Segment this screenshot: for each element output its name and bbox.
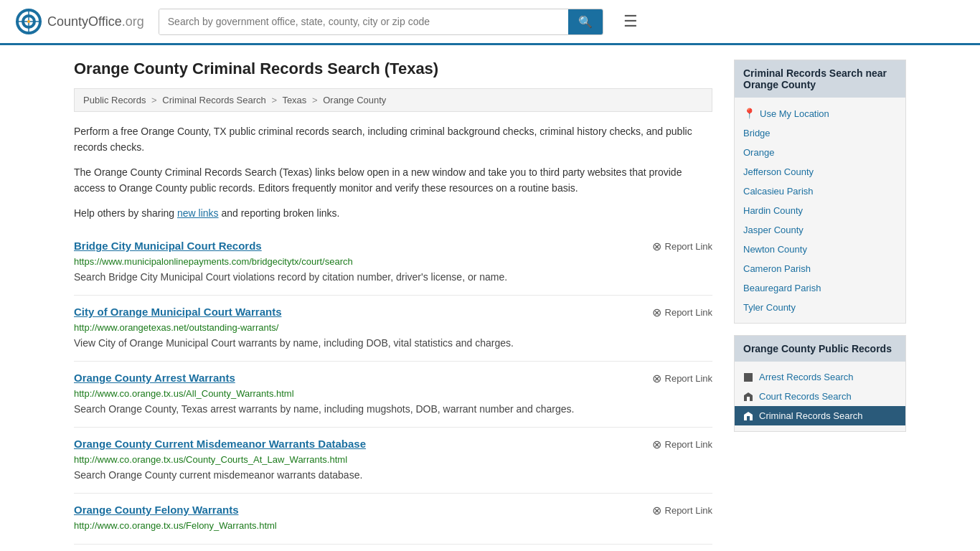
unlink-icon: ⊗ [652, 306, 661, 319]
building-icon-active [743, 411, 753, 421]
search-input[interactable] [159, 9, 568, 34]
record-description: Search Orange County current misdemeanor… [74, 468, 712, 483]
records-list: Bridge City Municipal Court Records ⊗ Re… [74, 230, 712, 545]
record-item-header: Orange County Felony Warrants ⊗ Report L… [74, 504, 712, 517]
search-button[interactable]: 🔍 [568, 9, 603, 34]
sidebar-pr-court-records[interactable]: Court Records Search [735, 387, 905, 406]
description-1: Perform a free Orange County, TX public … [74, 123, 712, 156]
record-description: Search Orange County, Texas arrest warra… [74, 402, 712, 417]
record-url: http://www.co.orange.tx.us/County_Courts… [74, 454, 712, 465]
sidebar-public-records-body: Arrest Records Search Court Records Sear… [735, 362, 905, 431]
sidebar-item-beauregard-parish[interactable]: Beauregard Parish [735, 278, 905, 298]
breadcrumb-orange-county[interactable]: Orange County [323, 95, 386, 105]
unlink-icon: ⊗ [652, 438, 661, 451]
svg-rect-5 [744, 373, 753, 382]
record-item: Bridge City Municipal Court Records ⊗ Re… [74, 230, 712, 296]
sidebar-public-records-section: Orange County Public Records Arrest Reco… [734, 335, 906, 432]
sidebar-criminal-body: 📍 Use My Location Bridge Orange Jefferso… [735, 98, 905, 323]
sidebar-item-newton-county[interactable]: Newton County [735, 240, 905, 259]
building-icon [743, 392, 753, 402]
sidebar-item-bridge[interactable]: Bridge [735, 123, 905, 143]
report-link-button[interactable]: ⊗ Report Link [652, 372, 712, 385]
record-item: Orange County Arrest Warrants ⊗ Report L… [74, 362, 712, 428]
main-content: Orange County Criminal Records Search (T… [74, 60, 712, 545]
description-3: Help others by sharing new links and rep… [74, 205, 712, 221]
svg-point-4 [27, 20, 30, 23]
sidebar-pr-arrest-records[interactable]: Arrest Records Search [735, 367, 905, 387]
svg-marker-10 [744, 412, 753, 415]
use-my-location-link[interactable]: Use My Location [760, 108, 829, 119]
sidebar-criminal-section: Criminal Records Search near Orange Coun… [734, 60, 906, 324]
svg-marker-7 [744, 392, 753, 395]
report-link-button[interactable]: ⊗ Report Link [652, 504, 712, 517]
sidebar-criminal-header: Criminal Records Search near Orange Coun… [735, 60, 905, 98]
record-item-header: Orange County Current Misdemeanor Warran… [74, 438, 712, 451]
unlink-icon: ⊗ [652, 240, 661, 253]
record-item-header: Bridge City Municipal Court Records ⊗ Re… [74, 240, 712, 253]
new-links-link[interactable]: new links [177, 207, 219, 219]
sidebar-item-use-my-location[interactable]: 📍 Use My Location [735, 103, 905, 123]
description-2: The Orange County Criminal Records Searc… [74, 164, 712, 197]
site-header: CountyOffice.org 🔍 ☰ [0, 0, 980, 45]
sidebar-item-hardin-county[interactable]: Hardin County [735, 201, 905, 220]
breadcrumb-texas[interactable]: Texas [282, 95, 306, 105]
sidebar-item-jasper-county[interactable]: Jasper County [735, 220, 905, 240]
breadcrumb-criminal-records[interactable]: Criminal Records Search [162, 95, 266, 105]
record-title-link[interactable]: City of Orange Municipal Court Warrants [74, 306, 281, 318]
sidebar-pr-criminal-records[interactable]: Criminal Records Search [735, 406, 905, 425]
record-item: Orange County Felony Warrants ⊗ Report L… [74, 494, 712, 545]
record-url: http://www.co.orange.tx.us/All_County_Wa… [74, 388, 712, 399]
sidebar-item-tyler-county[interactable]: Tyler County [735, 298, 905, 317]
location-pin-icon: 📍 [743, 108, 755, 119]
unlink-icon: ⊗ [652, 372, 661, 385]
report-link-button[interactable]: ⊗ Report Link [652, 306, 712, 319]
breadcrumb-public-records[interactable]: Public Records [83, 95, 146, 105]
record-title-link[interactable]: Orange County Felony Warrants [74, 504, 238, 516]
record-title-link[interactable]: Orange County Arrest Warrants [74, 372, 235, 384]
svg-rect-8 [747, 397, 750, 401]
record-url: http://www.orangetexas.net/outstanding-w… [74, 322, 712, 333]
record-url: http://www.co.orange.tx.us/Felony_Warran… [74, 520, 712, 531]
record-item-header: City of Orange Municipal Court Warrants … [74, 306, 712, 319]
sidebar-item-jefferson-county[interactable]: Jefferson County [735, 162, 905, 182]
page-title: Orange County Criminal Records Search (T… [74, 60, 712, 78]
sidebar: Criminal Records Search near Orange Coun… [734, 60, 906, 545]
breadcrumb: Public Records > Criminal Records Search… [74, 88, 712, 112]
record-description: View City of Orange Municipal Court warr… [74, 336, 712, 351]
logo-icon [14, 7, 43, 36]
record-item-header: Orange County Arrest Warrants ⊗ Report L… [74, 372, 712, 385]
logo-text: CountyOffice.org [47, 14, 144, 29]
record-title-link[interactable]: Orange County Current Misdemeanor Warran… [74, 438, 366, 450]
menu-button[interactable]: ☰ [623, 12, 638, 31]
record-url: https://www.municipalonlinepayments.com/… [74, 256, 712, 267]
svg-rect-11 [747, 416, 750, 420]
square-icon [743, 372, 753, 382]
sidebar-item-orange[interactable]: Orange [735, 143, 905, 162]
record-item: City of Orange Municipal Court Warrants … [74, 296, 712, 362]
report-link-button[interactable]: ⊗ Report Link [652, 240, 712, 253]
sidebar-item-calcasieu-parish[interactable]: Calcasieu Parish [735, 182, 905, 201]
site-logo[interactable]: CountyOffice.org [14, 7, 144, 36]
record-description: Search Bridge City Municipal Court viola… [74, 270, 712, 285]
sidebar-item-cameron-parish[interactable]: Cameron Parish [735, 259, 905, 278]
report-link-button[interactable]: ⊗ Report Link [652, 438, 712, 451]
record-title-link[interactable]: Bridge City Municipal Court Records [74, 240, 262, 252]
record-item: Orange County Current Misdemeanor Warran… [74, 428, 712, 494]
search-bar: 🔍 [159, 9, 603, 35]
page-container: Orange County Criminal Records Search (T… [60, 45, 920, 551]
unlink-icon: ⊗ [652, 504, 661, 517]
sidebar-public-records-header: Orange County Public Records [735, 336, 905, 362]
